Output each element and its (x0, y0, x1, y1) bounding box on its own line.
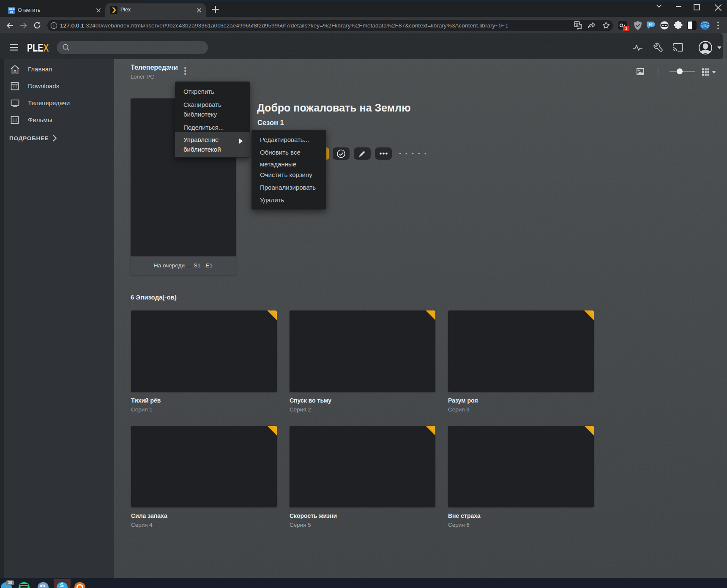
svg-text:1: 1 (625, 26, 628, 31)
svg-text:文: 文 (575, 22, 579, 27)
svg-text:OS: OS (10, 11, 14, 13)
svg-text:FI: FI (649, 22, 653, 27)
svg-text:LINER: LINER (701, 24, 709, 27)
svg-text:WEB: WEB (9, 8, 15, 10)
